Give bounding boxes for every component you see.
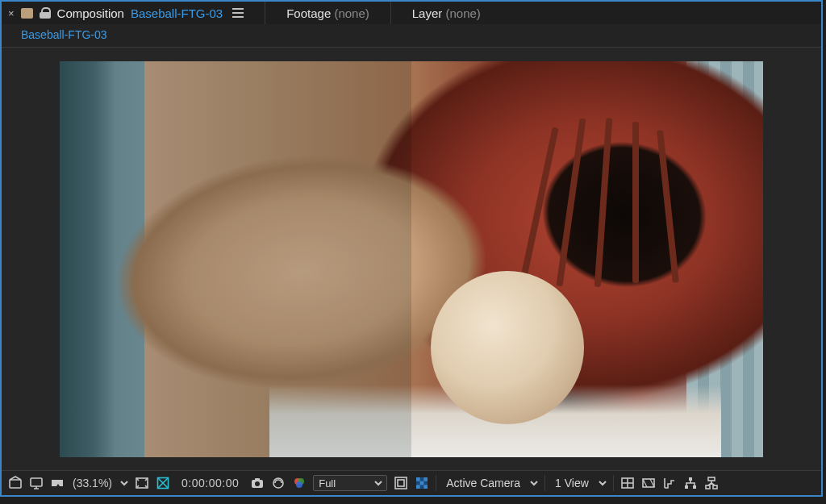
mask-visibility-icon[interactable] bbox=[156, 476, 170, 490]
svg-point-5 bbox=[255, 481, 260, 486]
footage-panel-tab[interactable]: Footage (none) bbox=[286, 6, 369, 20]
color-management-icon[interactable] bbox=[292, 476, 307, 490]
pixel-aspect-icon[interactable] bbox=[641, 476, 656, 490]
transparency-grid-icon[interactable] bbox=[415, 476, 429, 490]
monitor-icon[interactable] bbox=[29, 476, 44, 490]
zoom-dropdown-icon[interactable] bbox=[120, 477, 128, 489]
svg-rect-12 bbox=[398, 480, 404, 486]
svg-rect-18 bbox=[424, 485, 428, 489]
separator bbox=[436, 475, 436, 491]
svg-rect-1 bbox=[31, 478, 42, 486]
layer-panel-tab[interactable]: Layer (none) bbox=[412, 6, 481, 20]
resolution-value: Full bbox=[319, 477, 336, 489]
svg-rect-15 bbox=[424, 477, 428, 481]
panel-color-chip bbox=[21, 8, 33, 19]
zoom-percent[interactable]: (33.1%) bbox=[71, 477, 114, 489]
resolution-dropdown[interactable]: Full bbox=[313, 475, 387, 491]
timeline-link-icon[interactable] bbox=[683, 476, 698, 490]
close-icon[interactable]: × bbox=[8, 7, 15, 19]
views-dropdown[interactable]: 1 View bbox=[552, 477, 592, 489]
svg-rect-6 bbox=[255, 478, 260, 481]
divider bbox=[390, 2, 391, 24]
svg-point-10 bbox=[296, 481, 302, 488]
footage-value: (none) bbox=[334, 6, 369, 20]
preview-viewer[interactable] bbox=[2, 47, 821, 471]
fast-previews-icon[interactable] bbox=[662, 476, 677, 490]
view-layout-icon[interactable] bbox=[620, 476, 635, 490]
always-preview-icon[interactable] bbox=[8, 476, 23, 490]
chevron-down-icon[interactable] bbox=[530, 477, 538, 489]
current-timecode[interactable]: 0:00:00:00 bbox=[177, 477, 244, 489]
svg-rect-24 bbox=[708, 477, 715, 481]
show-channel-icon[interactable] bbox=[271, 476, 286, 490]
svg-rect-22 bbox=[685, 485, 688, 489]
layer-value: (none) bbox=[445, 6, 480, 20]
safe-zones-icon[interactable] bbox=[135, 476, 149, 490]
flowchart-icon[interactable] bbox=[704, 476, 719, 490]
camera-dropdown[interactable]: Active Camera bbox=[443, 477, 524, 489]
svg-rect-14 bbox=[416, 477, 420, 481]
panel-type-label: Composition bbox=[57, 6, 124, 20]
svg-rect-23 bbox=[693, 485, 696, 489]
panel-composition-name[interactable]: Baseball-FTG-03 bbox=[131, 6, 223, 20]
lock-icon[interactable] bbox=[40, 7, 51, 19]
panel-menu-icon[interactable] bbox=[232, 8, 244, 18]
composition-tab-bar: Baseball-FTG-03 bbox=[2, 24, 821, 47]
chevron-down-icon bbox=[374, 477, 382, 489]
split-compare-overlay bbox=[60, 61, 411, 457]
svg-rect-11 bbox=[395, 477, 407, 489]
svg-rect-21 bbox=[689, 477, 692, 481]
svg-rect-16 bbox=[420, 481, 424, 485]
separator bbox=[613, 475, 614, 491]
preview-frame bbox=[60, 61, 763, 457]
panel-header: × Composition Baseball-FTG-03 Footage (n… bbox=[2, 2, 821, 24]
svg-rect-0 bbox=[10, 480, 21, 488]
svg-rect-25 bbox=[706, 485, 710, 489]
region-of-interest-icon[interactable] bbox=[394, 476, 408, 490]
layer-label: Layer bbox=[412, 6, 443, 20]
vr-goggles-icon[interactable] bbox=[50, 476, 65, 490]
svg-rect-17 bbox=[416, 485, 420, 489]
viewer-controls: (33.1%) 0:00:00:00 Full bbox=[2, 471, 821, 495]
svg-rect-26 bbox=[713, 485, 717, 489]
composition-panel: × Composition Baseball-FTG-03 Footage (n… bbox=[0, 0, 823, 497]
separator bbox=[544, 475, 545, 491]
snapshot-icon[interactable] bbox=[250, 476, 265, 490]
chevron-down-icon[interactable] bbox=[599, 477, 607, 489]
composition-tab[interactable]: Baseball-FTG-03 bbox=[15, 26, 114, 45]
divider bbox=[265, 2, 265, 24]
footage-label: Footage bbox=[286, 6, 331, 20]
